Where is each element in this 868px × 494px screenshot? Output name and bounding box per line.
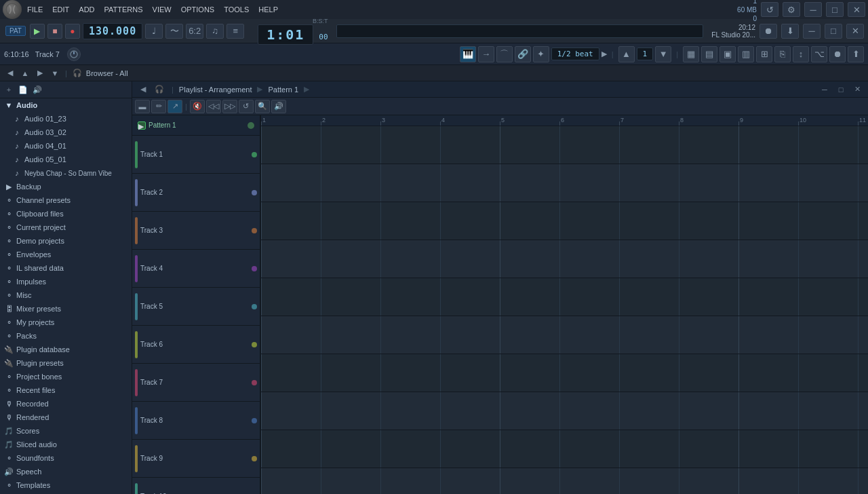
browser-down-btn[interactable]: ▼ xyxy=(49,67,61,79)
grid-track-row-3[interactable] xyxy=(261,202,868,240)
browser-item-audio0123[interactable]: ♪ Audio 01_23 xyxy=(0,112,132,126)
playlist-grid-scroll[interactable]: 1234567891011121314151617 xyxy=(261,115,868,494)
record3-icon[interactable]: ⏺ xyxy=(829,46,846,62)
playlist-icon[interactable]: ▦ xyxy=(683,46,699,62)
browser-item-scores[interactable]: 🎵 Scores xyxy=(0,424,132,438)
download-icon[interactable]: ⬇ xyxy=(781,24,799,39)
record2-icon[interactable]: ⏺ xyxy=(760,24,777,39)
maximize2-btn[interactable]: □ xyxy=(825,24,842,39)
track-header-3[interactable]: Track 3 xyxy=(132,212,260,250)
playlist-minimize-icon[interactable]: ─ xyxy=(818,83,831,96)
browser-item-channel-presets[interactable]: ⚬ Channel presets xyxy=(0,193,132,207)
browser-item-backup[interactable]: ▶ Backup xyxy=(0,180,132,193)
page-down-icon[interactable]: ▼ xyxy=(655,46,671,62)
menu-patterns[interactable]: PATTERNS xyxy=(100,4,147,15)
minimize-btn[interactable]: ─ xyxy=(804,2,822,17)
pattern-expand-btn[interactable]: ▶ xyxy=(138,121,146,130)
browser-item-sliced-audio[interactable]: 🎵 Sliced audio xyxy=(0,438,132,451)
grid-track-row-4[interactable] xyxy=(261,240,868,278)
zoom-tool[interactable]: 🔍 xyxy=(255,100,270,113)
track-header-6[interactable]: Track 6 xyxy=(132,326,260,364)
track-header-9[interactable]: Track 9 xyxy=(132,440,260,478)
playlist-nav-left[interactable]: ◀ xyxy=(136,83,150,96)
beat-arrow[interactable]: ▶ xyxy=(601,50,607,58)
wave-icon[interactable]: 〜 xyxy=(165,24,183,39)
browser-item-project-bones[interactable]: ⚬ Project bones xyxy=(0,370,132,383)
playlist-close-icon[interactable]: ✕ xyxy=(850,83,864,96)
browser-item-packs[interactable]: ⚬ Packs xyxy=(0,329,132,343)
menu-edit[interactable]: EDIT xyxy=(48,4,73,15)
browser-item-mixer-presets[interactable]: 🎛 Mixer presets xyxy=(0,302,132,316)
browser-item-recent-files[interactable]: ⚬ Recent files xyxy=(0,383,132,397)
draw-tool[interactable]: ▬ xyxy=(135,100,150,113)
browser-item-plugin-presets[interactable]: 🔌 Plugin presets xyxy=(0,356,132,370)
grid-track-row-8[interactable] xyxy=(261,392,868,430)
mix-icon[interactable]: ≡ xyxy=(226,24,244,39)
grid-track-row-10[interactable] xyxy=(261,468,868,494)
select-tool[interactable]: ↗ xyxy=(167,100,182,113)
browser-item-audio0401[interactable]: ♪ Audio 04_01 xyxy=(0,139,132,153)
browser-item-audio[interactable]: ▼ Audio xyxy=(0,98,132,112)
volume-tool[interactable]: 🔊 xyxy=(271,100,286,113)
play-button[interactable]: ▶ xyxy=(30,24,45,39)
beat-control[interactable]: 1/2 beat xyxy=(551,48,599,60)
menu-options[interactable]: OPTIONS xyxy=(177,4,219,15)
browser-item-speech[interactable]: 🔊 Speech xyxy=(0,465,132,478)
browser-file-btn[interactable]: 📄 xyxy=(17,83,29,96)
grid-track-row-1[interactable] xyxy=(261,126,868,164)
menu-file[interactable]: FILE xyxy=(23,4,47,15)
copy-icon[interactable]: ⎘ xyxy=(774,46,791,62)
menu-tools[interactable]: TOOLS xyxy=(220,4,253,15)
browser-item-neyba[interactable]: ♪ Neyba Chap - So Damn Vibe xyxy=(0,166,132,180)
maximize-btn[interactable]: □ xyxy=(826,2,844,17)
browser-item-audio0302[interactable]: ♪ Audio 03_02 xyxy=(0,126,132,139)
paint-tool[interactable]: ✏ xyxy=(151,100,166,113)
timesig-icon[interactable]: 6:2 xyxy=(186,24,203,39)
menu-help[interactable]: HELP xyxy=(254,4,282,15)
bpm-display[interactable]: 130.000 xyxy=(83,23,142,39)
record-button[interactable]: ● xyxy=(65,24,80,39)
close-btn[interactable]: ✕ xyxy=(848,2,865,17)
browser-item-impulses[interactable]: ⚬ Impulses xyxy=(0,275,132,288)
track-header-10[interactable]: Track 10 xyxy=(132,478,260,494)
menu-view[interactable]: VIEW xyxy=(149,4,176,15)
menu-add[interactable]: ADD xyxy=(75,4,98,15)
pattern-settings-btn[interactable] xyxy=(248,122,254,129)
mixer-icon[interactable]: ⊞ xyxy=(756,46,772,62)
browser-add-btn[interactable]: + xyxy=(3,83,15,96)
minimize2-btn[interactable]: ─ xyxy=(803,24,821,39)
browser-fwd-btn[interactable]: ▶ xyxy=(34,67,46,79)
reset-btn[interactable]: ↺ xyxy=(761,2,778,17)
browser-headphones-icon[interactable]: 🎧 xyxy=(71,67,83,79)
browser-item-soundfonts[interactable]: ⚬ Soundfonts xyxy=(0,451,132,465)
track-header-1[interactable]: Track 1 xyxy=(132,136,260,174)
browser-item-rendered[interactable]: 🎙 Rendered xyxy=(0,411,132,424)
browser-item-il-shared-data[interactable]: ⚬ IL shared data xyxy=(0,261,132,275)
close2-btn[interactable]: ✕ xyxy=(846,24,864,39)
browser-item-audio0501[interactable]: ♪ Audio 05_01 xyxy=(0,153,132,166)
grid-track-row-7[interactable] xyxy=(261,354,868,392)
browser-item-envelopes[interactable]: ⚬ Envelopes xyxy=(0,248,132,261)
browser-item-my-projects[interactable]: ⚬ My projects xyxy=(0,316,132,329)
playlist2-icon[interactable]: ▤ xyxy=(701,46,717,62)
grid-track-row-9[interactable] xyxy=(261,430,868,468)
grid-track-row-5[interactable] xyxy=(261,278,868,316)
browser-item-templates[interactable]: ⚬ Templates xyxy=(0,478,132,492)
browser-item-clipboard-files[interactable]: ⚬ Clipboard files xyxy=(0,207,132,221)
page-number[interactable]: 1 xyxy=(637,48,654,60)
loop-tool[interactable]: ↺ xyxy=(239,100,254,113)
page-up-icon[interactable]: ▲ xyxy=(618,46,635,62)
track-header-4[interactable]: Track 4 xyxy=(132,250,260,288)
link-icon[interactable]: 🔗 xyxy=(515,46,531,62)
snap-fwd-tool[interactable]: ▷▷ xyxy=(222,100,237,113)
track-header-5[interactable]: Track 5 xyxy=(132,288,260,326)
note-icon[interactable]: ♫ xyxy=(206,24,224,39)
browser-item-current-project[interactable]: ⚬ Current project xyxy=(0,221,132,234)
track-header-2[interactable]: Track 2 xyxy=(132,174,260,212)
stop-button[interactable]: ■ xyxy=(47,24,62,39)
pat-zone[interactable]: PAT xyxy=(5,26,26,36)
browser-item-plugin-database[interactable]: 🔌 Plugin database xyxy=(0,343,132,356)
move-icon[interactable]: ↕ xyxy=(793,46,809,62)
playlist-headphones-icon[interactable]: 🎧 xyxy=(153,83,166,96)
track-header-7[interactable]: Track 7 xyxy=(132,364,260,402)
